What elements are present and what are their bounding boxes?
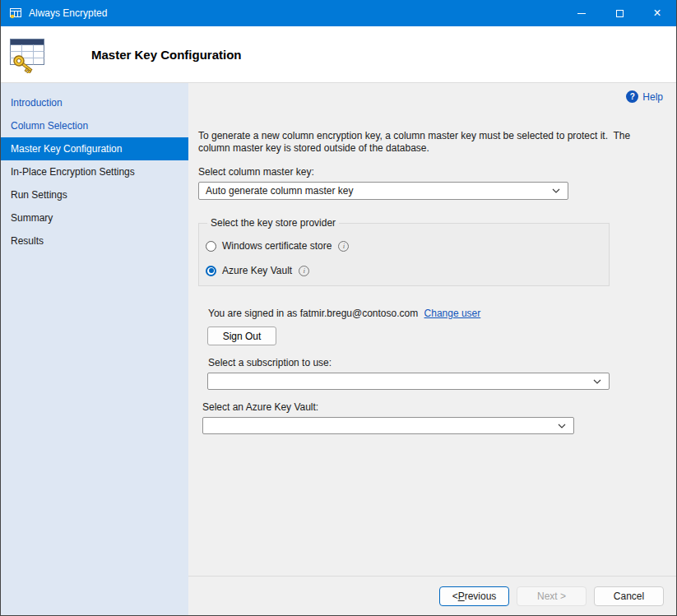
cancel-button[interactable]: Cancel (594, 586, 664, 606)
key-store-provider-group-title: Select the key store provider (207, 217, 339, 229)
change-user-link[interactable]: Change user (424, 308, 481, 319)
radio-windows-certificate-store-label: Windows certificate store (222, 240, 332, 252)
sign-out-button[interactable]: Sign Out (207, 327, 276, 345)
maximize-icon (616, 10, 624, 17)
help-icon: ? (626, 90, 638, 103)
help-button[interactable]: ? Help (626, 90, 663, 103)
sidebar-item-introduction[interactable]: Introduction (1, 91, 188, 114)
wizard-steps-sidebar: Introduction Column Selection Master Key… (1, 83, 188, 615)
radio-checked-icon (206, 266, 216, 276)
next-button[interactable]: Next > (517, 586, 587, 606)
master-key-configuration-page: ? Help To generate a new column encrypti… (188, 83, 676, 576)
vault-label: Select an Azure Key Vault: (202, 401, 676, 413)
wizard-footer: < Previous Next > Cancel (188, 576, 676, 615)
subscription-label: Select a subscription to use: (208, 357, 676, 368)
info-icon[interactable]: i (299, 266, 309, 276)
chevron-down-icon (558, 424, 566, 428)
minimize-icon (577, 13, 586, 14)
master-key-label: Select column master key: (198, 166, 676, 178)
key-store-provider-group: Select the key store provider Windows ce… (198, 217, 610, 286)
master-key-dropdown-value: Auto generate column master key (206, 185, 353, 197)
window-controls: × (563, 0, 676, 26)
vault-dropdown[interactable] (202, 417, 574, 434)
encrypted-table-key-icon (7, 34, 47, 76)
sidebar-item-column-selection[interactable]: Column Selection (1, 114, 188, 137)
signin-status: You are signed in as fatmir.bregu@contos… (208, 308, 676, 319)
sidebar-item-summary[interactable]: Summary (1, 206, 188, 229)
sidebar-item-run-settings[interactable]: Run Settings (1, 183, 188, 206)
app-icon (9, 7, 22, 20)
minimize-button[interactable] (563, 0, 600, 26)
close-icon: × (653, 7, 661, 20)
wizard-header: Master Key Configuration (1, 26, 676, 83)
radio-azure-key-vault[interactable]: Azure Key Vault i (206, 265, 609, 276)
sidebar-item-master-key-configuration[interactable]: Master Key Configuration (1, 137, 188, 160)
help-label: Help (642, 91, 663, 103)
subscription-dropdown[interactable] (207, 373, 610, 390)
info-icon[interactable]: i (338, 241, 349, 252)
radio-unchecked-icon (206, 241, 216, 252)
previous-button[interactable]: < Previous (439, 586, 509, 606)
window-title: Always Encrypted (29, 7, 107, 19)
sidebar-item-results[interactable]: Results (1, 229, 188, 252)
maximize-button[interactable] (600, 0, 638, 26)
titlebar: Always Encrypted × (1, 0, 676, 26)
radio-windows-certificate-store[interactable]: Windows certificate store i (206, 240, 609, 252)
sidebar-item-in-place-encryption-settings[interactable]: In-Place Encryption Settings (1, 160, 188, 183)
chevron-down-icon (593, 379, 601, 384)
always-encrypted-window: Always Encrypted × Master Key Co (0, 0, 677, 616)
radio-azure-key-vault-label: Azure Key Vault (222, 265, 292, 276)
master-key-dropdown[interactable]: Auto generate column master key (198, 182, 568, 200)
chevron-down-icon (552, 188, 560, 193)
signin-text: You are signed in as fatmir.bregu@contos… (208, 308, 418, 319)
page-title: Master Key Configuration (91, 48, 242, 62)
intro-text: To generate a new column encryption key,… (198, 83, 652, 155)
close-button[interactable]: × (638, 0, 676, 26)
